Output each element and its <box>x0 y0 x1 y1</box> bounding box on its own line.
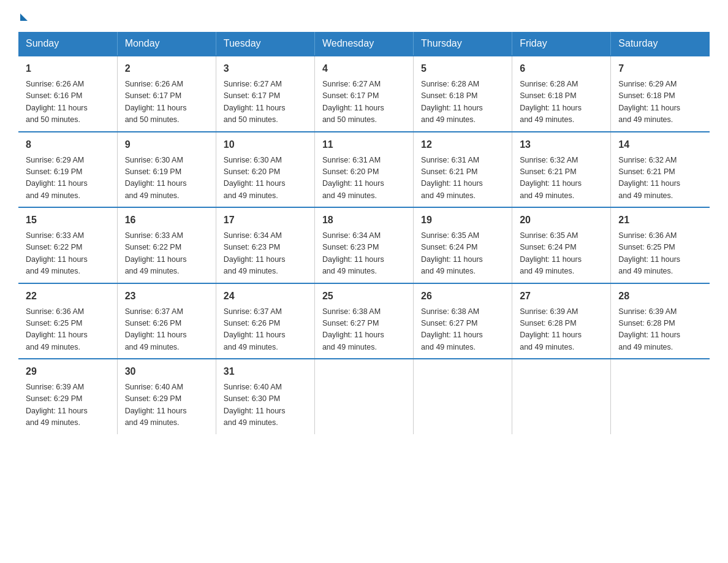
day-info: Sunrise: 6:37 AMSunset: 6:26 PMDaylight:… <box>125 306 208 354</box>
day-number: 9 <box>125 137 208 152</box>
day-number: 21 <box>618 213 702 228</box>
day-info: Sunrise: 6:26 AMSunset: 6:16 PMDaylight:… <box>26 79 110 126</box>
day-number: 5 <box>421 61 504 76</box>
day-number: 23 <box>125 289 208 304</box>
day-info: Sunrise: 6:35 AMSunset: 6:24 PMDaylight:… <box>520 230 603 278</box>
day-info: Sunrise: 6:39 AMSunset: 6:28 PMDaylight:… <box>618 306 702 354</box>
calendar-cell: 24Sunrise: 6:37 AMSunset: 6:26 PMDayligh… <box>216 283 314 359</box>
calendar-cell: 18Sunrise: 6:34 AMSunset: 6:23 PMDayligh… <box>314 207 413 283</box>
day-info: Sunrise: 6:39 AMSunset: 6:29 PMDaylight:… <box>26 381 110 429</box>
day-info: Sunrise: 6:28 AMSunset: 6:18 PMDaylight:… <box>520 79 603 126</box>
weekday-header-saturday: Saturday <box>611 32 710 56</box>
day-info: Sunrise: 6:30 AMSunset: 6:20 PMDaylight:… <box>224 155 307 202</box>
calendar-header-row: SundayMondayTuesdayWednesdayThursdayFrid… <box>18 32 710 56</box>
logo <box>18 12 28 21</box>
calendar-cell: 5Sunrise: 6:28 AMSunset: 6:18 PMDaylight… <box>414 56 512 132</box>
day-info: Sunrise: 6:37 AMSunset: 6:26 PMDaylight:… <box>224 306 307 354</box>
day-info: Sunrise: 6:36 AMSunset: 6:25 PMDaylight:… <box>26 306 110 354</box>
calendar-cell: 10Sunrise: 6:30 AMSunset: 6:20 PMDayligh… <box>216 132 314 208</box>
day-number: 24 <box>224 289 307 304</box>
calendar-cell: 26Sunrise: 6:38 AMSunset: 6:27 PMDayligh… <box>414 283 512 359</box>
day-number: 19 <box>421 213 504 228</box>
day-info: Sunrise: 6:32 AMSunset: 6:21 PMDaylight:… <box>618 155 702 202</box>
day-number: 30 <box>125 364 208 379</box>
day-number: 18 <box>322 213 406 228</box>
day-info: Sunrise: 6:29 AMSunset: 6:18 PMDaylight:… <box>618 79 702 126</box>
day-number: 15 <box>26 213 110 228</box>
day-number: 16 <box>125 213 208 228</box>
day-number: 11 <box>322 137 406 152</box>
day-info: Sunrise: 6:30 AMSunset: 6:19 PMDaylight:… <box>125 155 208 202</box>
weekday-header-tuesday: Tuesday <box>216 32 314 56</box>
calendar-cell: 9Sunrise: 6:30 AMSunset: 6:19 PMDaylight… <box>117 132 216 208</box>
calendar-cell: 4Sunrise: 6:27 AMSunset: 6:17 PMDaylight… <box>314 56 413 132</box>
day-info: Sunrise: 6:33 AMSunset: 6:22 PMDaylight:… <box>26 230 110 278</box>
day-number: 2 <box>125 61 208 76</box>
day-number: 17 <box>224 213 307 228</box>
day-number: 14 <box>618 137 702 152</box>
calendar-cell <box>512 359 611 434</box>
calendar-week-row: 15Sunrise: 6:33 AMSunset: 6:22 PMDayligh… <box>18 207 710 283</box>
calendar-cell: 25Sunrise: 6:38 AMSunset: 6:27 PMDayligh… <box>314 283 413 359</box>
day-info: Sunrise: 6:26 AMSunset: 6:17 PMDaylight:… <box>125 79 208 126</box>
day-number: 25 <box>322 289 406 304</box>
day-number: 26 <box>421 289 504 304</box>
day-number: 6 <box>520 61 603 76</box>
calendar-cell: 17Sunrise: 6:34 AMSunset: 6:23 PMDayligh… <box>216 207 314 283</box>
calendar-cell: 1Sunrise: 6:26 AMSunset: 6:16 PMDaylight… <box>18 56 117 132</box>
day-info: Sunrise: 6:31 AMSunset: 6:21 PMDaylight:… <box>421 155 504 202</box>
day-info: Sunrise: 6:34 AMSunset: 6:23 PMDaylight:… <box>322 230 406 278</box>
calendar-cell: 29Sunrise: 6:39 AMSunset: 6:29 PMDayligh… <box>18 359 117 434</box>
calendar-week-row: 8Sunrise: 6:29 AMSunset: 6:19 PMDaylight… <box>18 132 710 208</box>
calendar-cell: 23Sunrise: 6:37 AMSunset: 6:26 PMDayligh… <box>117 283 216 359</box>
calendar-cell: 22Sunrise: 6:36 AMSunset: 6:25 PMDayligh… <box>18 283 117 359</box>
calendar-week-row: 22Sunrise: 6:36 AMSunset: 6:25 PMDayligh… <box>18 283 710 359</box>
calendar-cell: 8Sunrise: 6:29 AMSunset: 6:19 PMDaylight… <box>18 132 117 208</box>
logo-arrow-icon <box>20 13 28 21</box>
day-info: Sunrise: 6:27 AMSunset: 6:17 PMDaylight:… <box>224 79 307 126</box>
weekday-header-thursday: Thursday <box>414 32 512 56</box>
calendar-cell: 27Sunrise: 6:39 AMSunset: 6:28 PMDayligh… <box>512 283 611 359</box>
day-number: 20 <box>520 213 603 228</box>
calendar-cell: 7Sunrise: 6:29 AMSunset: 6:18 PMDaylight… <box>611 56 710 132</box>
calendar-cell: 15Sunrise: 6:33 AMSunset: 6:22 PMDayligh… <box>18 207 117 283</box>
day-info: Sunrise: 6:40 AMSunset: 6:30 PMDaylight:… <box>224 381 307 429</box>
calendar-cell: 13Sunrise: 6:32 AMSunset: 6:21 PMDayligh… <box>512 132 611 208</box>
calendar-cell: 11Sunrise: 6:31 AMSunset: 6:20 PMDayligh… <box>314 132 413 208</box>
calendar-week-row: 29Sunrise: 6:39 AMSunset: 6:29 PMDayligh… <box>18 359 710 434</box>
day-number: 22 <box>26 289 110 304</box>
day-number: 27 <box>520 289 603 304</box>
calendar-cell: 6Sunrise: 6:28 AMSunset: 6:18 PMDaylight… <box>512 56 611 132</box>
page-header <box>18 12 710 21</box>
day-info: Sunrise: 6:33 AMSunset: 6:22 PMDaylight:… <box>125 230 208 278</box>
calendar-cell <box>611 359 710 434</box>
day-info: Sunrise: 6:31 AMSunset: 6:20 PMDaylight:… <box>322 155 406 202</box>
day-number: 8 <box>26 137 110 152</box>
calendar-table: SundayMondayTuesdayWednesdayThursdayFrid… <box>18 32 710 434</box>
calendar-cell: 14Sunrise: 6:32 AMSunset: 6:21 PMDayligh… <box>611 132 710 208</box>
calendar-cell: 30Sunrise: 6:40 AMSunset: 6:29 PMDayligh… <box>117 359 216 434</box>
day-info: Sunrise: 6:32 AMSunset: 6:21 PMDaylight:… <box>520 155 603 202</box>
day-number: 1 <box>26 61 110 76</box>
day-info: Sunrise: 6:38 AMSunset: 6:27 PMDaylight:… <box>421 306 504 354</box>
calendar-cell <box>414 359 512 434</box>
calendar-cell: 28Sunrise: 6:39 AMSunset: 6:28 PMDayligh… <box>611 283 710 359</box>
day-number: 31 <box>224 364 307 379</box>
calendar-cell: 16Sunrise: 6:33 AMSunset: 6:22 PMDayligh… <box>117 207 216 283</box>
day-info: Sunrise: 6:28 AMSunset: 6:18 PMDaylight:… <box>421 79 504 126</box>
day-number: 4 <box>322 61 406 76</box>
day-number: 10 <box>224 137 307 152</box>
calendar-cell <box>314 359 413 434</box>
weekday-header-wednesday: Wednesday <box>314 32 413 56</box>
day-info: Sunrise: 6:29 AMSunset: 6:19 PMDaylight:… <box>26 155 110 202</box>
day-info: Sunrise: 6:38 AMSunset: 6:27 PMDaylight:… <box>322 306 406 354</box>
day-info: Sunrise: 6:27 AMSunset: 6:17 PMDaylight:… <box>322 79 406 126</box>
day-info: Sunrise: 6:40 AMSunset: 6:29 PMDaylight:… <box>125 381 208 429</box>
calendar-cell: 31Sunrise: 6:40 AMSunset: 6:30 PMDayligh… <box>216 359 314 434</box>
calendar-week-row: 1Sunrise: 6:26 AMSunset: 6:16 PMDaylight… <box>18 56 710 132</box>
day-info: Sunrise: 6:35 AMSunset: 6:24 PMDaylight:… <box>421 230 504 278</box>
day-number: 28 <box>618 289 702 304</box>
day-info: Sunrise: 6:36 AMSunset: 6:25 PMDaylight:… <box>618 230 702 278</box>
calendar-cell: 3Sunrise: 6:27 AMSunset: 6:17 PMDaylight… <box>216 56 314 132</box>
day-info: Sunrise: 6:39 AMSunset: 6:28 PMDaylight:… <box>520 306 603 354</box>
